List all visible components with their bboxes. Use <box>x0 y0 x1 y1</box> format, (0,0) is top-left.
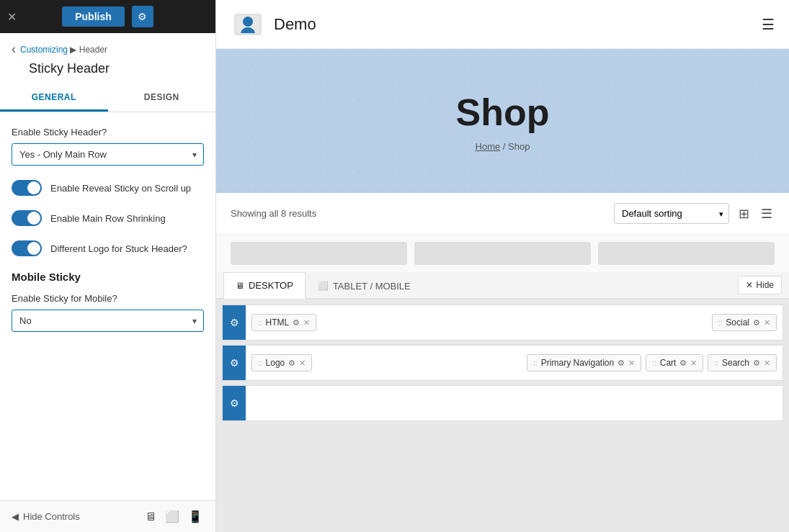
builder-tabs: 🖥 DESKTOP ⬜ TABLET / MOBILE ✕ Hide <box>216 272 789 299</box>
html-settings-icon[interactable]: ⚙ <box>293 318 300 328</box>
tablet-view-button[interactable]: ⬜ <box>164 508 181 525</box>
shop-bar: Showing all 8 results Default sorting So… <box>216 193 789 235</box>
sticky-select-wrapper: Yes - Only Main Row Yes - All Rows No ▾ <box>12 143 204 166</box>
different-logo-label: Different Logo for Stuck Header? <box>50 243 187 254</box>
shop-breadcrumb-current: Shop <box>508 141 530 152</box>
list-view-button[interactable]: ☰ <box>759 204 775 224</box>
primary-nav-settings-icon[interactable]: ⚙ <box>618 359 625 368</box>
html-label: HTML <box>266 317 290 328</box>
breadcrumb-customizing[interactable]: Customizing <box>20 45 68 55</box>
search-settings-icon[interactable]: ⚙ <box>753 359 760 368</box>
different-logo-toggle[interactable] <box>12 240 42 256</box>
row-1-handle[interactable]: ⚙ <box>223 305 246 340</box>
builder-item-cart[interactable]: :: Cart ⚙ ✕ <box>646 354 703 371</box>
site-logo-area: Demo <box>231 7 316 42</box>
logo-remove-icon[interactable]: ✕ <box>299 359 306 368</box>
grid-view-button[interactable]: ⊞ <box>736 204 752 224</box>
tab-desktop[interactable]: 🖥 DESKTOP <box>223 272 306 299</box>
builder-item-logo[interactable]: :: Logo ⚙ ✕ <box>251 354 312 371</box>
left-panel: ✕ Publish ⚙ ‹ Customizing ▶ Header Stick… <box>0 0 216 532</box>
hide-controls-button[interactable]: ◀ Hide Controls <box>12 511 80 522</box>
tabs-row: GENERAL DESIGN <box>0 85 215 112</box>
breadcrumb: Customizing ▶ Header <box>20 45 107 55</box>
logo-settings-icon[interactable]: ⚙ <box>288 359 295 368</box>
cart-remove-icon[interactable]: ✕ <box>690 359 697 368</box>
builder-item-social[interactable]: :: Social ⚙ ✕ <box>712 314 777 331</box>
sort-select-wrapper: Default sorting Sort by popularity Sort … <box>614 203 729 224</box>
product-item-1 <box>231 242 407 265</box>
shop-breadcrumb-home[interactable]: Home <box>476 141 501 152</box>
hide-controls-label: Hide Controls <box>23 511 80 522</box>
search-remove-icon[interactable]: ✕ <box>764 359 770 368</box>
row-3-cells <box>246 399 783 407</box>
builder-item-html[interactable]: :: HTML ⚙ ✕ <box>251 314 316 331</box>
tab-tablet-mobile[interactable]: ⬜ TABLET / MOBILE <box>306 273 423 299</box>
search-drag-icon: :: <box>714 359 718 367</box>
primary-nav-remove-icon[interactable]: ✕ <box>628 359 635 368</box>
sort-select[interactable]: Default sorting Sort by popularity Sort … <box>614 203 729 224</box>
svg-point-1 <box>243 17 253 27</box>
builder-rows: ⚙ :: HTML ⚙ ✕ :: Social ⚙ ✕ <box>216 299 789 427</box>
hide-cross-icon: ✕ <box>746 280 753 290</box>
site-header: Demo ☰ <box>216 0 789 49</box>
shop-hero-title: Shop <box>456 91 550 134</box>
main-row-shrink-slider <box>12 210 42 226</box>
row-2-handle[interactable]: ⚙ <box>223 346 246 380</box>
html-remove-icon[interactable]: ✕ <box>303 318 310 328</box>
primary-nav-drag-icon: :: <box>533 359 538 367</box>
reveal-sticky-slider <box>12 180 42 196</box>
row-2-settings-icon: ⚙ <box>230 357 239 369</box>
breadcrumb-separator: ▶ <box>70 45 79 55</box>
mobile-sticky-select[interactable]: No Yes <box>12 310 204 332</box>
sort-area: Default sorting Sort by popularity Sort … <box>614 203 775 224</box>
row-2-cells: :: Logo ⚙ ✕ :: Primary Navigation ⚙ ✕ :: <box>246 350 783 376</box>
hide-controls-arrow-icon: ◀ <box>12 511 19 522</box>
builder-item-primary-nav[interactable]: :: Primary Navigation ⚙ ✕ <box>527 354 641 371</box>
logo-label: Logo <box>266 358 285 368</box>
search-label: Search <box>722 358 749 368</box>
product-item-3 <box>598 242 775 265</box>
shop-breadcrumb-separator: / <box>503 141 508 152</box>
cart-settings-icon[interactable]: ⚙ <box>679 359 687 368</box>
desktop-tab-label: DESKTOP <box>249 280 293 291</box>
tab-design[interactable]: DESIGN <box>108 85 216 112</box>
desktop-tab-icon: 🖥 <box>236 281 244 291</box>
main-row-shrink-toggle[interactable] <box>12 210 42 226</box>
logo-drag-icon: :: <box>258 359 262 367</box>
bottom-bar: ◀ Hide Controls 🖥 ⬜ 📱 <box>0 500 215 532</box>
mobile-sticky-title: Mobile Sticky <box>12 271 204 283</box>
hide-button[interactable]: ✕ Hide <box>738 276 782 294</box>
shop-breadcrumb: Home / Shop <box>476 141 530 152</box>
top-bar: ✕ Publish ⚙ <box>0 0 215 33</box>
row-1-settings-icon: ⚙ <box>230 317 239 328</box>
products-strip <box>216 235 789 272</box>
builder-row-1: ⚙ :: HTML ⚙ ✕ :: Social ⚙ ✕ <box>222 305 783 341</box>
row-3-settings-icon: ⚙ <box>230 397 239 409</box>
desktop-view-button[interactable]: 🖥 <box>143 508 158 525</box>
publish-button[interactable]: Publish <box>62 6 125 27</box>
html-drag-icon: :: <box>258 319 262 327</box>
mobile-sticky-label: Enable Sticky for Mobile? <box>12 293 204 304</box>
mobile-select-wrapper: No Yes ▾ <box>12 310 204 332</box>
main-row-shrink-label: Enable Main Row Shrinking <box>50 213 166 224</box>
row-3-handle[interactable]: ⚙ <box>223 386 246 420</box>
tab-general[interactable]: GENERAL <box>0 85 108 112</box>
back-button[interactable]: ‹ <box>12 42 16 57</box>
close-button[interactable]: ✕ <box>7 10 17 24</box>
tablet-tab-icon: ⬜ <box>318 281 329 291</box>
reveal-sticky-label: Enable Reveal Sticky on Scroll up <box>50 183 191 194</box>
sticky-select[interactable]: Yes - Only Main Row Yes - All Rows No <box>12 143 204 166</box>
hamburger-button[interactable]: ☰ <box>762 16 775 33</box>
social-settings-icon[interactable]: ⚙ <box>753 318 760 328</box>
settings-button[interactable]: ⚙ <box>132 6 153 27</box>
builder-item-search[interactable]: :: Search ⚙ ✕ <box>708 354 777 371</box>
social-remove-icon[interactable]: ✕ <box>764 318 770 328</box>
view-buttons: 🖥 ⬜ 📱 <box>143 508 204 525</box>
row-1-cells: :: HTML ⚙ ✕ :: Social ⚙ ✕ <box>246 310 783 335</box>
shop-hero: Shop Home / Shop <box>216 49 789 193</box>
mobile-view-button[interactable]: 📱 <box>187 508 204 525</box>
cart-drag-icon: :: <box>652 359 656 367</box>
reveal-sticky-toggle[interactable] <box>12 180 42 196</box>
site-title: Demo <box>274 15 316 34</box>
results-count: Showing all 8 results <box>231 208 316 219</box>
